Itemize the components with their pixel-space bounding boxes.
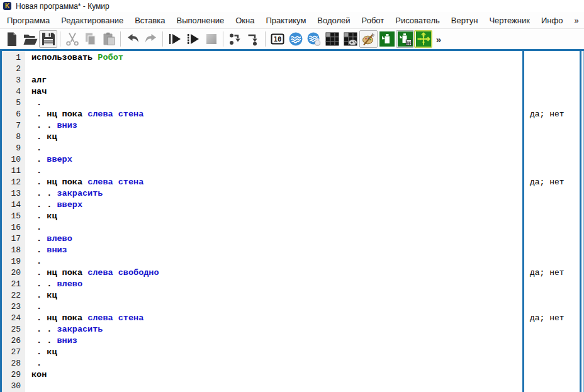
- menu-item-okna[interactable]: Окна: [230, 13, 260, 28]
- margin-line-empty: [524, 188, 580, 199]
- menu-item-info[interactable]: Инфо: [536, 13, 568, 28]
- code-line[interactable]: . нц пока слева стена: [25, 109, 522, 120]
- margin-line-empty: [524, 75, 580, 86]
- toolbar-new-file-icon[interactable]: [3, 30, 21, 48]
- menu-item-praktikum[interactable]: Практикум: [260, 13, 312, 28]
- code-line[interactable]: . вниз: [25, 245, 522, 256]
- toolbar-chertezhnik-icon[interactable]: [414, 30, 432, 48]
- toolbar-save-file-icon[interactable]: [39, 30, 57, 48]
- code-area[interactable]: использовать Роботалгнач . . нц пока сле…: [25, 51, 522, 392]
- code-token-kw: .: [31, 302, 42, 311]
- line-number: 22: [2, 290, 25, 301]
- code-line[interactable]: .: [25, 358, 522, 369]
- line-number-gutter: 1234567891011121314151617181920212223242…: [2, 51, 25, 392]
- code-line[interactable]: алг: [25, 75, 522, 86]
- code-line[interactable]: . нц пока слева стена: [25, 313, 522, 324]
- code-line[interactable]: . кц: [25, 211, 522, 222]
- toolbar-vodoley-icon[interactable]: [286, 30, 305, 48]
- code-token-kw: .: [31, 155, 47, 164]
- menu-item-robot[interactable]: Робот: [356, 13, 390, 28]
- toolbar-stop-icon: [202, 30, 220, 48]
- code-token-cmd: вниз: [47, 245, 67, 255]
- code-line[interactable]: . нц пока слева стена: [25, 177, 522, 188]
- code-line[interactable]: . . вниз: [25, 120, 522, 132]
- toolbar-open-file-icon[interactable]: [21, 30, 39, 48]
- line-number: 3: [2, 75, 25, 86]
- title-bar: K Новая программа* - Кумир: [0, 0, 584, 12]
- code-line[interactable]: [25, 381, 522, 392]
- menu-item-redaktirovanie[interactable]: Редактирование: [55, 13, 129, 28]
- toolbar-toolbar-more-icon[interactable]: »: [432, 30, 445, 48]
- code-line[interactable]: . . закрасить: [25, 324, 522, 335]
- code-line[interactable]: .: [25, 143, 522, 154]
- code-line[interactable]: . . вниз: [25, 335, 522, 347]
- toolbar-undo-icon[interactable]: [123, 30, 142, 48]
- code-token-cmd: закрасить: [57, 189, 103, 198]
- toolbar-run-steps-icon[interactable]: [184, 30, 202, 48]
- margin-line-empty: [524, 290, 580, 301]
- margin-line-empty: [524, 301, 580, 313]
- margin-marker: да; нет: [524, 109, 580, 120]
- margin-line-empty: [524, 98, 580, 109]
- toolbar-vertun-control-icon[interactable]: [396, 30, 414, 48]
- code-line[interactable]: . нц пока слева свободно: [25, 267, 522, 279]
- menu-item-vypolnenie[interactable]: Выполнение: [171, 13, 230, 28]
- code-line[interactable]: кон: [25, 369, 522, 381]
- toolbar-copy-icon: [81, 30, 99, 48]
- code-token-kw: .: [31, 245, 47, 255]
- toolbar-robot-control-icon[interactable]: [341, 30, 359, 48]
- menu-item-vertun[interactable]: Вертун: [446, 13, 484, 28]
- toolbar-paste-icon: [99, 30, 118, 48]
- menu-item-chertezhnik[interactable]: Чертежник: [483, 13, 536, 28]
- code-line[interactable]: [25, 64, 522, 75]
- code-token-kw: алг: [31, 76, 47, 85]
- code-line[interactable]: . . влево: [25, 279, 522, 290]
- toolbar-step-into-icon[interactable]: [244, 30, 262, 48]
- code-line[interactable]: . влево: [25, 233, 522, 245]
- toolbar-robot-field-icon[interactable]: [323, 30, 341, 48]
- margin-line-empty: [524, 64, 580, 75]
- code-line[interactable]: нач: [25, 86, 522, 98]
- toolbar-step-over-icon[interactable]: [226, 30, 244, 48]
- menu-item-risovatel[interactable]: Рисователь: [390, 13, 445, 28]
- app-icon: K: [3, 2, 11, 10]
- toolbar-separator: [120, 31, 121, 47]
- code-line[interactable]: .: [25, 222, 522, 233]
- toolbar-run-icon[interactable]: [166, 30, 184, 48]
- code-line[interactable]: . кц: [25, 347, 522, 358]
- menu-item-programma[interactable]: Программа: [1, 13, 55, 28]
- code-line[interactable]: .: [25, 301, 522, 313]
- code-line[interactable]: . . закрасить: [25, 188, 522, 199]
- margin-line-empty: [524, 358, 580, 369]
- toolbar-separator: [223, 31, 223, 47]
- toolbar-vertun-icon[interactable]: [378, 30, 396, 48]
- toolbar-counter-display-icon[interactable]: 10: [268, 30, 286, 48]
- line-number: 16: [2, 222, 25, 233]
- menu-item-more[interactable]: »: [568, 13, 584, 28]
- line-number: 1: [2, 52, 25, 64]
- menu-item-vstavka[interactable]: Вставка: [129, 13, 171, 28]
- code-line[interactable]: . кц: [25, 132, 522, 143]
- margin-line-empty: [524, 335, 580, 347]
- code-line[interactable]: .: [25, 256, 522, 267]
- line-number: 2: [2, 64, 25, 75]
- line-number: 7: [2, 120, 25, 132]
- code-token-cmd: вниз: [57, 121, 77, 130]
- toolbar-risovatel-icon[interactable]: [359, 30, 378, 48]
- code-line[interactable]: . . вверх: [25, 199, 522, 211]
- code-line[interactable]: . кц: [25, 290, 522, 301]
- code-line[interactable]: . вверх: [25, 154, 522, 165]
- menu-item-vodoley[interactable]: Водолей: [312, 13, 356, 28]
- code-token-cmd: влево: [47, 234, 72, 244]
- toolbar-vodoley-control-icon[interactable]: [305, 30, 323, 48]
- margin-line-empty: [524, 154, 580, 165]
- toolbar-redo-icon: [142, 30, 160, 48]
- code-token-kw: .: [31, 143, 42, 153]
- margin-marker: да; нет: [524, 313, 580, 324]
- line-number: 13: [2, 188, 25, 199]
- line-number: 30: [2, 381, 25, 392]
- code-line[interactable]: использовать Робот: [25, 52, 522, 64]
- code-line[interactable]: .: [25, 98, 522, 109]
- code-line[interactable]: .: [25, 165, 522, 177]
- line-number: 29: [2, 369, 25, 381]
